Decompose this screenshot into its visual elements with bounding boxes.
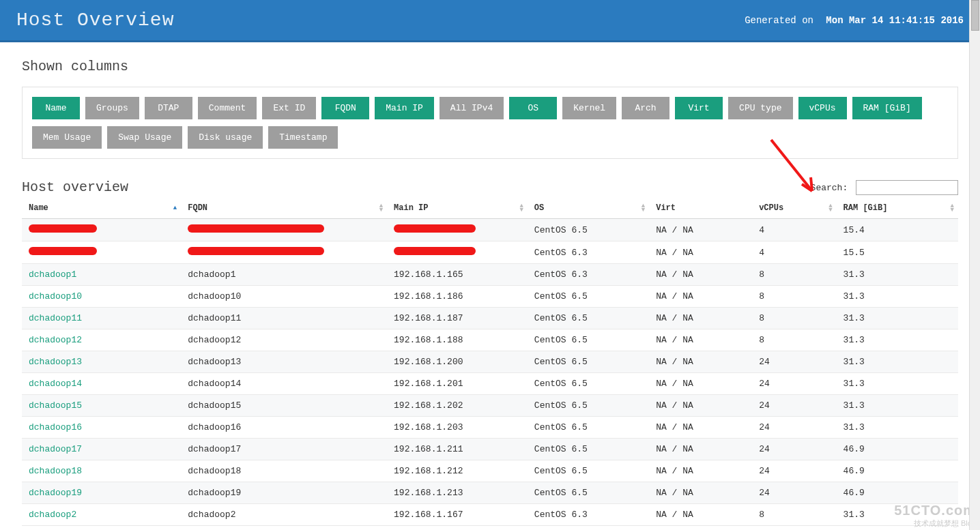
table-header-row: Name▲FQDN▲▼Main IP▲▼OS▲▼VirtvCPUs▲▼RAM [… xyxy=(22,198,958,219)
column-toggle-groups[interactable]: Groups xyxy=(85,97,139,119)
cell-fqdn: dchadoop2 xyxy=(181,504,387,526)
cell-vcpus: 24 xyxy=(752,417,836,439)
cell-os: CentOS 6.5 xyxy=(528,417,649,439)
cell-virt: NA / NA xyxy=(649,439,752,460)
column-toggle-kernel[interactable]: Kernel xyxy=(562,97,616,119)
cell-os: CentOS 6.5 xyxy=(528,439,649,460)
cell-os: CentOS 6.5 xyxy=(528,460,649,482)
redacted-mark xyxy=(188,247,324,255)
column-toggle-arch[interactable]: Arch xyxy=(622,97,669,119)
cell-virt: NA / NA xyxy=(649,264,752,286)
table-row: dchadoop14dchadoop14192.168.1.201CentOS … xyxy=(22,373,958,395)
host-link[interactable]: dchadoop19 xyxy=(29,488,82,498)
host-link[interactable]: dchadoop1 xyxy=(29,269,76,280)
cell-vcpus: 24 xyxy=(752,439,836,460)
col-header-vcpus[interactable]: vCPUs▲▼ xyxy=(752,198,836,219)
cell-virt: NA / NA xyxy=(649,329,752,351)
col-header-ram[interactable]: RAM [GiB]▲▼ xyxy=(837,198,958,219)
column-toggle-dtap[interactable]: DTAP xyxy=(145,97,192,119)
column-toggle-all-ipv4[interactable]: All IPv4 xyxy=(439,97,504,119)
table-row: dchadoop16dchadoop16192.168.1.203CentOS … xyxy=(22,417,958,439)
cell-fqdn xyxy=(181,241,387,264)
cell-ram: 31.3 xyxy=(837,308,958,329)
column-toggle-os[interactable]: OS xyxy=(509,97,557,119)
host-link[interactable]: dchadoop13 xyxy=(29,357,82,367)
cell-virt: NA / NA xyxy=(649,241,752,264)
host-link[interactable]: dchadoop16 xyxy=(29,422,82,432)
cell-os: CentOS 6.5 xyxy=(528,482,649,504)
host-link[interactable]: dchadoop2 xyxy=(29,510,76,520)
col-header-os[interactable]: OS▲▼ xyxy=(528,198,649,219)
redacted-mark xyxy=(394,247,476,255)
col-header-virt[interactable]: Virt xyxy=(649,198,752,219)
cell-vcpus: 24 xyxy=(752,482,836,504)
search-input[interactable] xyxy=(856,180,958,195)
cell-ip: 192.168.1.201 xyxy=(387,373,528,395)
cell-name xyxy=(22,219,181,241)
redacted-mark xyxy=(188,224,324,233)
col-header-ip[interactable]: Main IP▲▼ xyxy=(387,198,528,219)
column-toggle-panel: NameGroupsDTAPCommentExt IDFQDNMain IPAl… xyxy=(22,87,958,159)
cell-ip xyxy=(387,219,528,241)
column-toggle-virt[interactable]: Virt xyxy=(675,97,723,119)
cell-os: CentOS 6.5 xyxy=(528,308,649,329)
sort-icon: ▲▼ xyxy=(642,204,645,212)
scrollbar-thumb[interactable] xyxy=(971,0,979,31)
cell-vcpus: 24 xyxy=(752,460,836,482)
cell-name: dchadoop14 xyxy=(22,373,181,395)
table-row: CentOS 6.5NA / NA415.4 xyxy=(22,219,958,241)
cell-ram: 31.3 xyxy=(837,351,958,373)
cell-ip: 192.168.1.165 xyxy=(387,264,528,286)
col-header-fqdn[interactable]: FQDN▲▼ xyxy=(181,198,387,219)
sort-icon: ▲▼ xyxy=(379,204,383,212)
cell-vcpus: 24 xyxy=(752,351,836,373)
cell-virt: NA / NA xyxy=(649,351,752,373)
column-toggle-swap-usage[interactable]: Swap Usage xyxy=(107,126,182,149)
generated-on: Generated on Mon Mar 14 11:41:15 2016 xyxy=(745,15,964,26)
column-toggle-ext-id[interactable]: Ext ID xyxy=(262,97,316,119)
column-toggle-cpu-type[interactable]: CPU type xyxy=(728,97,792,119)
overview-label: Host overview xyxy=(22,179,128,195)
host-link[interactable]: dchadoop18 xyxy=(29,466,82,476)
cell-name: dchadoop2 xyxy=(22,504,181,526)
host-link[interactable]: dchadoop12 xyxy=(29,335,82,345)
cell-virt: NA / NA xyxy=(649,219,752,241)
column-toggle-timestamp[interactable]: Timestamp xyxy=(268,126,338,149)
cell-vcpus: 4 xyxy=(752,219,836,241)
cell-ip: 192.168.1.203 xyxy=(387,417,528,439)
cell-ram: 31.3 xyxy=(837,395,958,417)
scrollbar[interactable] xyxy=(969,0,980,530)
cell-name: dchadoop1 xyxy=(22,264,181,286)
column-toggle-comment[interactable]: Comment xyxy=(198,97,257,119)
redacted-mark xyxy=(29,247,97,255)
cell-virt: NA / NA xyxy=(649,286,752,308)
column-toggle-main-ip[interactable]: Main IP xyxy=(375,97,434,119)
cell-os: CentOS 6.5 xyxy=(528,286,649,308)
column-toggle-mem-usage[interactable]: Mem Usage xyxy=(32,126,102,149)
cell-ip: 192.168.1.186 xyxy=(387,286,528,308)
column-toggle-fqdn[interactable]: FQDN xyxy=(321,97,369,119)
host-link[interactable]: dchadoop11 xyxy=(29,313,82,323)
table-row: dchadoop11dchadoop11192.168.1.187CentOS … xyxy=(22,308,958,329)
cell-os: CentOS 6.5 xyxy=(528,373,649,395)
column-toggle-ram-gib-[interactable]: RAM [GiB] xyxy=(852,97,922,119)
host-link[interactable]: dchadoop10 xyxy=(29,291,82,301)
page-header: Host Overview Generated on Mon Mar 14 11… xyxy=(0,0,980,42)
cell-ram: 46.9 xyxy=(837,460,958,482)
cell-ip: 192.168.1.188 xyxy=(387,329,528,351)
host-link[interactable]: dchadoop14 xyxy=(29,379,82,389)
column-toggle-disk-usage[interactable]: Disk usage xyxy=(188,126,263,149)
cell-ip: 192.168.1.187 xyxy=(387,308,528,329)
host-link[interactable]: dchadoop17 xyxy=(29,444,82,454)
cell-vcpus: 8 xyxy=(752,286,836,308)
cell-vcpus: 4 xyxy=(752,241,836,264)
column-toggle-name[interactable]: Name xyxy=(32,97,80,119)
column-toggle-vcpus[interactable]: vCPUs xyxy=(798,97,847,119)
cell-fqdn: dchadoop10 xyxy=(181,286,387,308)
host-link[interactable]: dchadoop15 xyxy=(29,400,82,411)
cell-virt: NA / NA xyxy=(649,395,752,417)
cell-ram: 31.3 xyxy=(837,264,958,286)
col-header-name[interactable]: Name▲ xyxy=(22,198,181,219)
cell-ram: 46.9 xyxy=(837,439,958,460)
cell-fqdn: dchadoop12 xyxy=(181,329,387,351)
